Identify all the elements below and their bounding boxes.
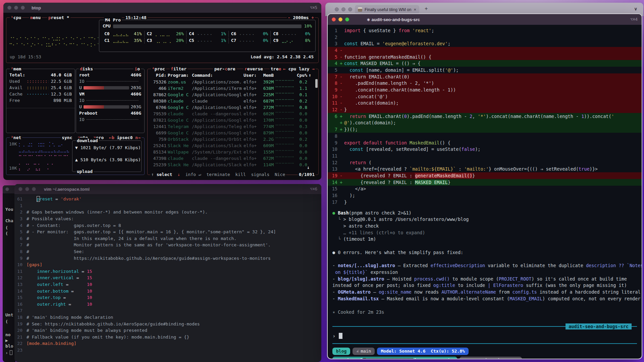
new-tab-button[interactable]: + [425, 6, 428, 12]
git-branch-badge: ∠main [353, 348, 375, 355]
note-line: - blog/[slug].astro — Hoisted process.cw… [332, 276, 642, 283]
process-row[interactable]: 87862Google C/Applications/Googlelfo+225… [150, 92, 316, 98]
vim-window-title: vim ~/.aerospace.toml [44, 187, 90, 192]
session-progress-bar [363, 358, 413, 359]
proc-tab[interactable]: ⁴proc [151, 66, 166, 72]
process-row[interactable]: 466iTerm2/Applications/iTermelfo+638M⠉⠉⠉… [150, 85, 316, 92]
vim-line: 16 outer.right = 10 [14, 301, 321, 308]
process-row[interactable]: 80380claudeclaudeelfo+687M⠉⠉⠉⠉⠉⠉⠉0.2 [150, 98, 316, 104]
vim-line: 2# Gaps between windows (inner-*) and be… [14, 209, 321, 216]
peek-line: You [5, 207, 13, 212]
claude-titlebar[interactable]: ∗ audit-seo-and-bugs-src ⌥⌘4 [328, 14, 642, 25]
minimize-button[interactable] [25, 187, 29, 191]
vim-line: 23 [14, 347, 321, 354]
peek-line: › [5, 350, 12, 355]
process-row[interactable]: 6699Google C/Applications/Googlelfo+879M… [150, 130, 316, 136]
mem-row: Used::::::::::::22.5 GiB [6, 78, 75, 84]
diff-line: 15 </a> [328, 186, 642, 192]
window-button[interactable] [5, 187, 9, 191]
diff-line: 12-} [328, 106, 642, 113]
chevron-down-icon[interactable]: ∨ [634, 6, 637, 11]
sort-selector[interactable]: ← cpu lazy → [282, 66, 316, 72]
vim-line: 3# Possible values: [14, 216, 321, 222]
tab-close-icon[interactable]: × [414, 7, 416, 12]
vim-line: 18# 'main' binding mode declaration [14, 314, 321, 321]
cpu-tab[interactable]: ¹cpu [10, 15, 22, 21]
close-button[interactable] [332, 17, 336, 21]
cpu-total-percent: 10% [304, 23, 312, 29]
filter-button[interactable]: filter [170, 66, 187, 72]
reverse-toggle[interactable]: reverse [244, 66, 264, 72]
btop-window-title: btop [32, 5, 41, 10]
minimize-button[interactable] [14, 6, 18, 10]
disk-row: VM460G [76, 91, 144, 97]
zoom-button[interactable] [348, 7, 352, 11]
process-row[interactable]: 25241Slack He/Applications/Slackelfo+609… [150, 142, 316, 149]
minimize-button[interactable] [341, 7, 345, 11]
net-options[interactable]: sync auto zero ←b ipsec0 n→ [61, 135, 142, 141]
diff-line: 4- [328, 47, 642, 54]
zoom-button[interactable] [32, 187, 36, 191]
btop-proc-box: ⁴proc filter per-core reverse tree ← cpu… [147, 69, 319, 175]
hollow-cursor [10, 350, 12, 355]
background-terminal-window[interactable]: YouCha((Unt(no▶blo› [3, 185, 15, 362]
net-graph-row: ⡀ ⢀⡀ ⣀⢀ ⠀⢀ ⡀ [9, 159, 69, 165]
process-row[interactable]: 47398claudeclaude --dangerouslelfo+672M⠉… [150, 155, 316, 162]
cpu-model-label: M4 Pro [104, 17, 122, 23]
cpu-core-grid: C0⣀⣄⣠⣀⣄41%C2⡀⢀⣀⢀⡀26%C4⠄⠄⠄⠄⠄1%C6⠄⠄⠄⠄⠄0%C8… [102, 31, 313, 44]
proc-footer-keys[interactable]: ↑ select ↓ info ↵ terminate kill signals… [150, 172, 286, 178]
process-row[interactable]: 25239Slack He/Applications/Slackelfo+114… [150, 162, 316, 168]
menu-button[interactable]: menu [29, 15, 42, 21]
peek-line: ( [5, 231, 8, 236]
preset-button[interactable]: preset * [47, 15, 70, 21]
prompt-input[interactable]: › [332, 333, 637, 339]
close-button[interactable] [335, 7, 339, 11]
process-row[interactable]: 87821Google C/Applications/Googlelfo+170… [150, 117, 316, 123]
diff-line: 8 [328, 133, 642, 139]
load-average: Load avg: 2.54 2.38 2.45 [251, 54, 314, 60]
btop-titlebar[interactable]: btop ⌥⌘5 [3, 3, 321, 13]
minimize-button[interactable] [338, 17, 342, 21]
diff-line: 3const EMAIL = 'eugene@elforastero.dev'; [328, 40, 642, 47]
diff-line: 13 <a href={revealed ? `mailto:${EMAIL}`… [328, 166, 642, 172]
disk-row: IO┄┄┄┄┄┄┄┄┄┄┄┄┄┄┄┄┄┄┄┄ [76, 97, 144, 104]
mem-tab[interactable]: ²mem [10, 66, 22, 72]
proc-scrollbar[interactable] [315, 79, 318, 88]
process-row[interactable]: 75326zoom.us/Applications/zoom.elfo+392M… [150, 79, 316, 85]
per-core-toggle[interactable]: per-core [213, 66, 236, 72]
close-button[interactable] [18, 187, 22, 191]
process-row[interactable]: 79539claudeclaude --dangerouslelfo+602M⠉… [150, 111, 316, 117]
diff-view: 1import { useState } from 'react';23cons… [328, 27, 642, 205]
cpu-total-bar [113, 24, 301, 28]
tree-toggle[interactable]: tree [270, 66, 282, 72]
diff-line: +@').concat(domain); [328, 120, 642, 126]
cpu-core-meter: C5⠄⠄⠄⠄⠄1% [186, 38, 228, 44]
process-row[interactable]: 85134Wallpape/System/Library/Extelfo+155… [150, 149, 316, 155]
process-row[interactable]: 6706Google C/Applications/Googlelfo+272M… [150, 104, 316, 111]
bash-output-line [332, 243, 642, 250]
cpu-core-meter: C1⣀⣠⣀⣄⣀35% [102, 38, 144, 44]
disks-tab[interactable]: disks [79, 66, 94, 72]
vim-line: 4# - Constant: gaps.outer.top = 8 [14, 222, 321, 229]
process-row[interactable]: 12441Telegram/Applications/Telegelfo+774… [150, 123, 316, 130]
io-toggle[interactable]: io [133, 66, 141, 72]
close-button[interactable] [7, 6, 11, 10]
vim-line: 20# 'main' binding mode must be always p… [14, 327, 321, 334]
net-tab[interactable]: ³net [10, 135, 22, 141]
zoom-button[interactable] [345, 17, 349, 21]
background-terminal-titlebar[interactable] [3, 185, 15, 193]
btop-window: btop ⌥⌘5 ¹cpu menu preset * 15:12:48 - 2… [3, 3, 321, 180]
background-terminal-content: YouCha((Unt(no▶blo› [3, 193, 15, 362]
vim-titlebar[interactable]: vim ~/.aerospace.toml ⌥⌘6 [14, 184, 321, 194]
zoom-button[interactable] [21, 6, 25, 10]
cpu-core-meter: C6⠄⠄⠄⠄⠄0% [228, 31, 271, 37]
diff-line: 16 ); [328, 192, 642, 199]
vim-buffer: 61 preset = 'dvorak'12# Gaps between win… [14, 194, 321, 362]
note-line: on ${title}` expression [332, 269, 642, 276]
tab-favicon [358, 7, 362, 12]
peek-line: Cha [5, 218, 13, 223]
process-row[interactable]: 759OrbStack/Applications/OrbStelfo+2.2G⠉… [150, 136, 316, 142]
net-graph-row: ⠒⠐⠂⠒⠂⠐⠒⠂⠂⠐⠂⠒⠐⠂⠒⠂ [9, 153, 69, 159]
browser-tab[interactable]: Finally useful tiling WM on ma × [355, 5, 419, 14]
vim-line: 13 outer.left = 10 [14, 281, 321, 288]
